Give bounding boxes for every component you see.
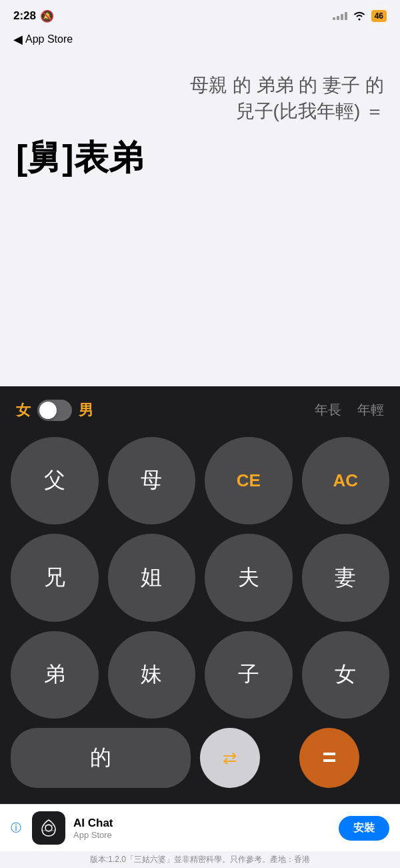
button-ac[interactable]: AC — [302, 437, 390, 525]
equation-display: 母親 的 弟弟 的 妻子 的 兒子(比我年輕) ＝ — [16, 72, 384, 124]
button-elder-sister[interactable]: 姐 — [108, 534, 196, 622]
status-time: 2:28 🔕 — [13, 9, 54, 23]
button-husband[interactable]: 夫 — [205, 534, 293, 622]
toggle-knob — [39, 402, 57, 419]
status-bar: 2:28 🔕 46 — [0, 0, 400, 29]
button-swap[interactable]: ⇄ — [200, 728, 260, 788]
gender-toggle[interactable]: 女 男 — [16, 400, 93, 421]
equation-line2: 兒子(比我年輕) ＝ — [16, 98, 384, 124]
ad-title: AI Chat — [73, 817, 331, 830]
age-younger-button[interactable]: 年輕 — [357, 401, 384, 419]
ad-info: AI Chat App Store — [73, 817, 331, 840]
female-label: 女 — [16, 400, 31, 420]
button-mother[interactable]: 母 — [108, 437, 196, 525]
gender-switch[interactable] — [37, 400, 72, 421]
button-row-3: 弟 妹 子 女 — [11, 631, 389, 719]
status-right: 46 — [333, 10, 387, 22]
signal-icon — [333, 12, 347, 20]
ad-install-button[interactable]: 安裝 — [339, 816, 389, 841]
button-row-1: 父 母 CE AC — [11, 437, 389, 525]
ad-banner: ⓘ AI Chat App Store 安裝 — [0, 804, 400, 851]
time-display: 2:28 — [13, 9, 36, 23]
button-row-2: 兄 姐 夫 妻 — [11, 534, 389, 622]
button-son[interactable]: 子 — [205, 631, 293, 719]
toggle-row: 女 男 年長 年輕 — [11, 400, 389, 421]
button-ce[interactable]: CE — [205, 437, 293, 525]
equation-line1: 母親 的 弟弟 的 妻子 的 — [16, 72, 384, 98]
ad-app-icon — [32, 811, 65, 845]
button-father[interactable]: 父 — [11, 437, 99, 525]
ad-subtitle: App Store — [73, 830, 331, 840]
button-younger-brother[interactable]: 弟 — [11, 631, 99, 719]
svg-point-0 — [358, 19, 360, 21]
age-options: 年長 年輕 — [315, 401, 384, 419]
back-button[interactable]: ◀ App Store — [13, 32, 73, 47]
back-label: App Store — [25, 33, 73, 45]
button-wife[interactable]: 妻 — [302, 534, 390, 622]
bottom-row: 的 ⇄ = — [11, 728, 389, 788]
footer-note: 版本:1.2.0「三姑六婆」並非精密科學。只作參考。產地：香港 — [0, 851, 400, 868]
back-arrow-icon: ◀ — [13, 32, 23, 47]
button-elder-brother[interactable]: 兄 — [11, 534, 99, 622]
button-equals[interactable]: = — [299, 728, 359, 788]
button-younger-sister[interactable]: 妹 — [108, 631, 196, 719]
battery-indicator: 46 — [371, 10, 387, 22]
male-label: 男 — [79, 400, 93, 420]
battery-level: 46 — [375, 11, 383, 21]
age-older-button[interactable]: 年長 — [315, 401, 341, 419]
bell-icon: 🔕 — [40, 9, 54, 23]
result-display: [舅]表弟 — [16, 135, 384, 181]
calculator-panel: 女 男 年長 年輕 父 母 CE AC 兄 姐 夫 妻 弟 妹 子 女 的 ⇄ … — [0, 386, 400, 805]
content-area: 母親 的 弟弟 的 妻子 的 兒子(比我年輕) ＝ [舅]表弟 — [0, 52, 400, 386]
button-daughter[interactable]: 女 — [302, 631, 390, 719]
nav-bar: ◀ App Store — [0, 29, 400, 52]
wifi-icon — [353, 11, 366, 21]
ad-info-icon[interactable]: ⓘ — [11, 821, 21, 835]
button-de[interactable]: 的 — [11, 728, 191, 788]
